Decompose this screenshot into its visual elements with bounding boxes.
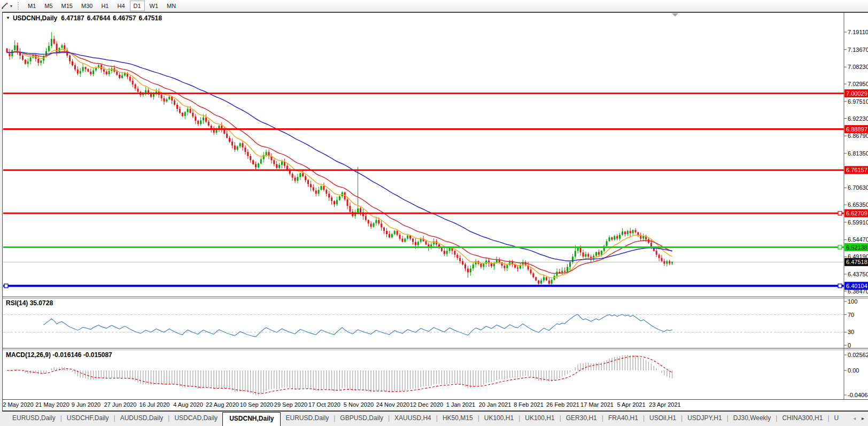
svg-text:7.19110: 7.19110 — [848, 29, 868, 35]
timeframe-button-h4[interactable]: H4 — [113, 1, 128, 11]
chart-tab-uk100-h1[interactable]: UK100,H1 — [520, 412, 559, 426]
chart-tab-ger30-h1[interactable]: GER30,H1 — [561, 412, 602, 426]
chart-title: ▼USDCNH,Daily6.471876.476446.467576.4751… — [6, 14, 165, 22]
tab-scroll-right-icon[interactable]: ▸ — [862, 415, 866, 421]
price-label: 6.40104 — [846, 283, 867, 289]
chart-tab-uk100-h1[interactable]: UK100,H1 — [479, 412, 518, 426]
macd-scale-label: 0.025623 — [848, 352, 868, 358]
price-label: 6.62709 — [846, 210, 867, 216]
timeframe-button-w1[interactable]: W1 — [146, 1, 162, 11]
date-tick-label: 27 Jun 2020 — [104, 401, 137, 408]
ohlc-open: 6.47187 — [61, 14, 84, 22]
svg-text:6.43750: 6.43750 — [848, 271, 868, 277]
date-tick-label: 29 Sep 2020 — [274, 401, 307, 408]
line-handle[interactable] — [838, 245, 842, 249]
chart-tab-fra40-h1[interactable]: FRA40,H1 — [603, 412, 643, 426]
rsi-indicator-label: RSI(14) 35.0728 — [6, 299, 53, 307]
date-axis[interactable]: 2 May 202021 May 20209 Jun 202027 Jun 20… — [3, 400, 868, 412]
macd-scale-label: 0.00 — [848, 367, 859, 374]
rsi-scale-label: 70 — [848, 312, 854, 318]
date-tick-label: 23 Apr 2021 — [649, 401, 680, 408]
rsi-scale-label: 30 — [848, 329, 854, 335]
collapse-triangle-icon[interactable]: ▼ — [6, 16, 10, 20]
chart-tab-xauusd-h4[interactable]: XAUUSD,H4 — [390, 412, 436, 426]
date-tick-label: 17 Mar 2021 — [580, 401, 614, 408]
rsi-scale-label: 0 — [848, 342, 851, 348]
line-style-tool-icon[interactable] — [1, 2, 9, 10]
date-tick-label: 5 Apr 2021 — [617, 401, 645, 408]
date-tick-label: 10 Sep 2020 — [240, 401, 273, 408]
timeframe-button-m5[interactable]: M5 — [41, 1, 56, 11]
date-tick-label: 8 Feb 2021 — [514, 401, 544, 408]
date-tick-label: 4 Aug 2020 — [173, 401, 203, 408]
price-label: 6.88897 — [846, 126, 867, 133]
timeframe-button-m30[interactable]: M30 — [78, 1, 96, 11]
timeframe-button-mn[interactable]: MN — [163, 1, 180, 11]
price-label: 7.00029 — [846, 90, 867, 97]
date-tick-label: 9 Jun 2020 — [72, 401, 100, 408]
chart-tab-usdjpy-h1[interactable]: USDJPY,H1 — [683, 412, 726, 426]
chart-tab-eurusd-daily[interactable]: EURUSD,Daily — [7, 412, 60, 426]
date-tick-label: 20 Jan 2021 — [479, 401, 511, 408]
svg-text:7.13670: 7.13670 — [848, 47, 868, 53]
macd-indicator-label: MACD(12,26,9) -0.016146 -0.015087 — [6, 351, 112, 359]
toolbar-grip — [18, 2, 19, 10]
timeframe-button-h1[interactable]: H1 — [97, 1, 112, 11]
date-tick-label: 1 Jan 2021 — [446, 401, 475, 408]
price-chart-canvas[interactable]: 7.191107.136707.082307.029506.975106.922… — [3, 12, 868, 400]
chart-tab-bar: EURUSD,Daily|USDCHF,Daily|AUDUSD,Daily|U… — [0, 412, 868, 426]
ohlc-high: 6.47644 — [87, 14, 110, 22]
svg-text:6.70630: 6.70630 — [848, 184, 868, 191]
line-handle[interactable] — [838, 211, 842, 215]
line-handle[interactable] — [838, 284, 842, 288]
chart-tab-usdcad-daily[interactable]: USDCAD,Daily — [169, 412, 222, 426]
timeframe-button-group: M1M5M15M30H1H4D1W1MN — [24, 1, 181, 11]
svg-text:7.02950: 7.02950 — [848, 81, 868, 87]
date-tick-label: 22 Aug 2020 — [206, 401, 239, 408]
line-handle[interactable] — [4, 284, 8, 288]
price-label: 6.52138 — [846, 244, 867, 251]
svg-text:6.86790: 6.86790 — [848, 133, 868, 139]
date-tick-label: 26 Feb 2021 — [546, 401, 579, 408]
date-tick-label: 16 Jul 2020 — [140, 401, 170, 408]
timeframe-button-d1[interactable]: D1 — [130, 1, 145, 11]
chart-tab-usdcnh-daily[interactable]: USDCNH,Daily — [222, 412, 281, 426]
chart-tab-hk50-m15[interactable]: HK50,M15 — [438, 412, 478, 426]
chart-tab-china300-h1[interactable]: CHINA300,H1 — [777, 412, 827, 426]
date-tick-label: 17 Oct 2020 — [308, 401, 340, 408]
date-tick-label: 2 May 2020 — [3, 401, 33, 408]
price-label: 6.76157 — [846, 167, 867, 173]
chart-tab-audusd-daily[interactable]: AUDUSD,Daily — [115, 412, 168, 426]
date-tick-label: 5 Nov 2020 — [344, 401, 374, 408]
chevron-down-icon[interactable]: ▾ — [10, 4, 12, 9]
ohlc-close: 6.47518 — [138, 14, 161, 22]
macd-scale-label: -0.040687 — [848, 392, 868, 398]
tab-scroll-left-icon[interactable]: ◂ — [853, 415, 858, 421]
ohlc-low: 6.46757 — [113, 14, 136, 22]
chart-tab-u[interactable]: U — [830, 412, 844, 426]
chart-window: 7.191107.136707.082307.029506.975106.922… — [2, 12, 868, 412]
symbol-period-label: USDCNH,Daily — [13, 14, 57, 22]
timeframe-button-m1[interactable]: M1 — [24, 1, 40, 11]
svg-text:6.81350: 6.81350 — [848, 150, 868, 157]
chart-tab-usoil-h1[interactable]: USOil,H1 — [645, 412, 681, 426]
date-tick-label: 21 May 2020 — [35, 401, 69, 408]
tab-scroll-arrows: ◂ ▸ — [853, 415, 866, 421]
svg-text:6.65350: 6.65350 — [848, 202, 868, 208]
timeframe-button-m15[interactable]: M15 — [58, 1, 76, 11]
svg-text:6.54470: 6.54470 — [848, 236, 868, 243]
svg-text:6.92230: 6.92230 — [848, 115, 868, 122]
price-label: 6.47518 — [846, 259, 867, 265]
chart-tab-gbpusd-daily[interactable]: GBPUSD,Daily — [335, 412, 388, 426]
date-tick-label: 24 Nov 2020 — [376, 401, 409, 408]
rsi-scale-label: 100 — [848, 298, 857, 305]
toolbar: ▾ M1M5M15M30H1H4D1W1MN — [0, 0, 868, 12]
chart-tab-usdchf-daily[interactable]: USDCHF,Daily — [62, 412, 114, 426]
svg-text:7.08230: 7.08230 — [848, 64, 868, 70]
chart-tab-eurusd-daily[interactable]: EURUSD,Daily — [281, 412, 334, 426]
svg-text:6.97510: 6.97510 — [848, 98, 868, 105]
svg-text:6.59910: 6.59910 — [848, 219, 868, 226]
chart-tab-dj30-weekly[interactable]: DJ30,Weekly — [728, 412, 776, 426]
date-tick-label: 12 Dec 2020 — [410, 401, 443, 408]
